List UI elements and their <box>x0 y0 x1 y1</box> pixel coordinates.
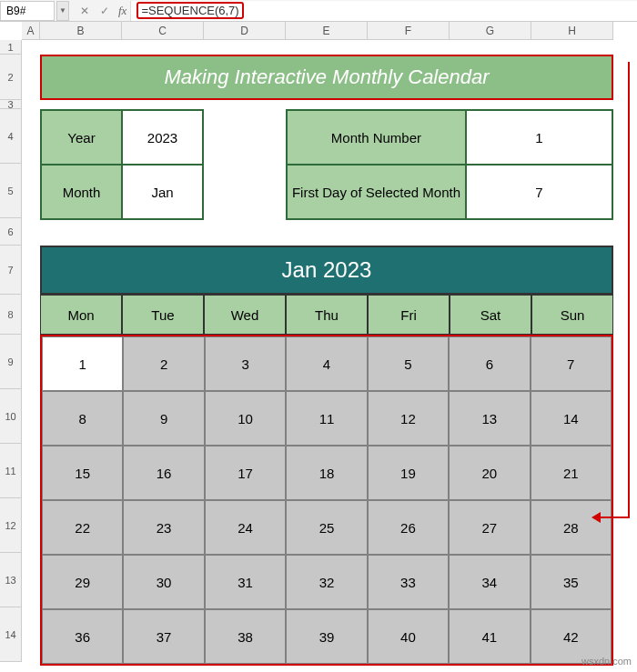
col-header[interactable]: G <box>450 22 531 40</box>
calendar-cell[interactable]: 36 <box>42 609 123 664</box>
column-headers: A B C D E F G H <box>22 22 637 40</box>
month-number-value[interactable]: 1 <box>466 110 612 165</box>
row-header[interactable]: 3 <box>0 100 22 109</box>
table-row: 22232425262728 <box>42 500 612 555</box>
col-header[interactable]: C <box>122 22 204 40</box>
calendar-cell[interactable]: 32 <box>286 555 367 609</box>
calendar-cell[interactable]: 7 <box>531 336 612 391</box>
calendar-cell[interactable]: 35 <box>531 555 612 609</box>
calendar-cell[interactable]: 10 <box>205 391 286 446</box>
row-header[interactable]: 8 <box>0 295 22 335</box>
name-box[interactable]: B9# <box>0 1 55 21</box>
day-header: Tue <box>122 295 204 335</box>
calendar-cell[interactable]: 30 <box>123 555 204 609</box>
first-day-value[interactable]: 7 <box>466 165 612 219</box>
table-row: 29303132333435 <box>42 555 612 609</box>
calendar-cell[interactable]: 21 <box>531 446 612 500</box>
calendar-cell[interactable]: 38 <box>205 609 286 664</box>
col-header[interactable]: F <box>368 22 450 40</box>
calendar-cell[interactable]: 16 <box>123 446 204 500</box>
calendar-body: 1234567891011121314151617181920212223242… <box>40 335 613 666</box>
row-headers: 1 2 3 4 5 6 7 8 9 10 11 12 13 14 <box>0 40 22 662</box>
col-header[interactable]: A <box>22 22 40 40</box>
first-day-label: First Day of Selected Month <box>287 165 466 219</box>
calendar-cell[interactable]: 17 <box>205 446 286 500</box>
calendar-cell[interactable]: 33 <box>368 555 449 609</box>
month-value[interactable]: Jan <box>122 165 203 219</box>
col-header[interactable]: B <box>40 22 122 40</box>
day-header: Fri <box>368 295 450 335</box>
sheet-content[interactable]: Making Interactive Monthly Calendar Year… <box>22 40 637 662</box>
enter-icon[interactable]: ✓ <box>95 2 115 20</box>
row-header[interactable]: 12 <box>0 498 22 553</box>
calendar-title: Jan 2023 <box>40 246 613 295</box>
calendar-cell[interactable]: 1 <box>42 336 123 391</box>
table-row: 891011121314 <box>42 391 612 446</box>
calendar-days-header: Mon Tue Wed Thu Fri Sat Sun <box>40 295 613 335</box>
calendar-cell[interactable]: 27 <box>449 500 530 555</box>
formula-bar: B9# ▼ ✕ ✓ fx =SEQUENCE(6,7) <box>0 0 637 22</box>
formula-text: =SEQUENCE(6,7) <box>136 2 243 19</box>
calendar-cell[interactable]: 5 <box>368 336 449 391</box>
calendar-cell[interactable]: 19 <box>368 446 449 500</box>
calendar-cell[interactable]: 9 <box>123 391 204 446</box>
calendar-cell[interactable]: 11 <box>286 391 367 446</box>
col-header[interactable]: D <box>204 22 286 40</box>
calendar-cell[interactable]: 31 <box>205 555 286 609</box>
row-header[interactable]: 13 <box>0 553 22 607</box>
col-header[interactable]: H <box>531 22 613 40</box>
cancel-icon[interactable]: ✕ <box>75 2 95 20</box>
calendar-cell[interactable]: 2 <box>123 336 204 391</box>
month-number-label: Month Number <box>287 110 466 165</box>
annotation-arrow-head <box>592 512 601 523</box>
calendar-cell[interactable]: 29 <box>42 555 123 609</box>
row-header[interactable]: 14 <box>0 607 22 662</box>
calendar-cell[interactable]: 4 <box>286 336 367 391</box>
calendar-cell[interactable]: 34 <box>449 555 530 609</box>
calendar-cell[interactable]: 8 <box>42 391 123 446</box>
calendar-cell[interactable]: 6 <box>449 336 530 391</box>
day-header: Wed <box>204 295 286 335</box>
calendar-cell[interactable]: 3 <box>205 336 286 391</box>
calendar-cell[interactable]: 22 <box>42 500 123 555</box>
calendar-cell[interactable]: 25 <box>286 500 367 555</box>
calendar-cell[interactable]: 39 <box>286 609 367 664</box>
calendar-cell[interactable]: 26 <box>368 500 449 555</box>
row-header[interactable]: 1 <box>0 40 22 55</box>
calendar-cell[interactable]: 20 <box>449 446 530 500</box>
day-header: Mon <box>40 295 122 335</box>
calendar-cell[interactable]: 41 <box>449 609 530 664</box>
day-header: Thu <box>286 295 368 335</box>
row-header[interactable]: 6 <box>0 218 22 246</box>
fx-icon[interactable]: fx <box>115 4 130 18</box>
row-header[interactable]: 10 <box>0 389 22 444</box>
params-table-2: Month Number 1 First Day of Selected Mon… <box>286 109 613 220</box>
calendar-cell[interactable]: 37 <box>123 609 204 664</box>
page-title: Making Interactive Monthly Calendar <box>40 55 613 100</box>
calendar-cell[interactable]: 28 <box>531 500 612 555</box>
name-box-dropdown[interactable]: ▼ <box>56 1 69 21</box>
row-header[interactable]: 5 <box>0 164 22 218</box>
calendar-cell[interactable]: 40 <box>368 609 449 664</box>
calendar-cell[interactable]: 24 <box>205 500 286 555</box>
calendar-cell[interactable]: 23 <box>123 500 204 555</box>
calendar-cell[interactable]: 15 <box>42 446 123 500</box>
col-header[interactable]: E <box>286 22 368 40</box>
calendar-cell[interactable]: 18 <box>286 446 367 500</box>
params-table-1: Year 2023 Month Jan <box>40 109 204 220</box>
calendar-cell[interactable]: 12 <box>368 391 449 446</box>
day-header: Sun <box>531 295 613 335</box>
year-value[interactable]: 2023 <box>122 110 203 165</box>
row-header[interactable]: 11 <box>0 444 22 498</box>
calendar-cell[interactable]: 13 <box>449 391 530 446</box>
row-header[interactable]: 9 <box>0 335 22 389</box>
row-header[interactable]: 2 <box>0 55 22 100</box>
calendar-cell[interactable]: 14 <box>531 391 612 446</box>
row-header[interactable]: 7 <box>0 246 22 295</box>
annotation-arrow <box>628 62 630 517</box>
day-header: Sat <box>450 295 531 335</box>
formula-input[interactable]: =SEQUENCE(6,7) <box>130 1 637 21</box>
table-row: 15161718192021 <box>42 446 612 500</box>
watermark: wsxdn.com <box>581 656 632 667</box>
row-header[interactable]: 4 <box>0 109 22 164</box>
